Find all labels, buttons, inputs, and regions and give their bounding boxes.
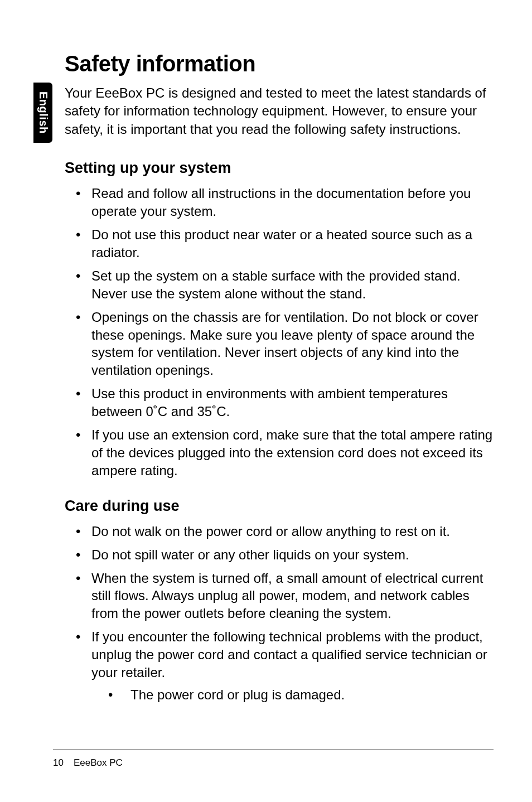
intro-paragraph: Your EeeBox PC is designed and tested to… [65,84,494,138]
section-heading-care: Care during use [65,497,494,515]
care-list: Do not walk on the power cord or allow a… [65,523,494,704]
product-name: EeeBox PC [74,757,123,769]
list-item: Set up the system on a stable surface wi… [65,267,494,303]
page-number: 10 [53,757,64,769]
list-item: Use this product in environments with am… [65,385,494,421]
list-item: When the system is turned off, a small a… [65,569,494,623]
page-content: Safety information Your EeeBox PC is des… [65,51,494,722]
page-title: Safety information [65,51,494,76]
list-item-text: If you encounter the following technical… [91,629,487,680]
setup-list: Read and follow all instructions in the … [65,185,494,480]
list-item: Do not spill water or any other liquids … [65,546,494,564]
list-item: Read and follow all instructions in the … [65,185,494,220]
language-tab: English [33,83,52,143]
list-item: Openings on the chassis are for ventilat… [65,308,494,380]
language-tab-label: English [37,91,50,134]
care-sublist: The power cord or plug is damaged. [91,686,494,704]
list-item: If you encounter the following technical… [65,628,494,704]
section-heading-setup: Setting up your system [65,160,494,177]
list-item: Do not use this product near water or a … [65,226,494,262]
page-footer: 10 EeeBox PC [53,749,494,769]
list-item: Do not walk on the power cord or allow a… [65,523,494,540]
list-item: If you use an extension cord, make sure … [65,426,494,480]
list-item: The power cord or plug is damaged. [91,686,494,704]
